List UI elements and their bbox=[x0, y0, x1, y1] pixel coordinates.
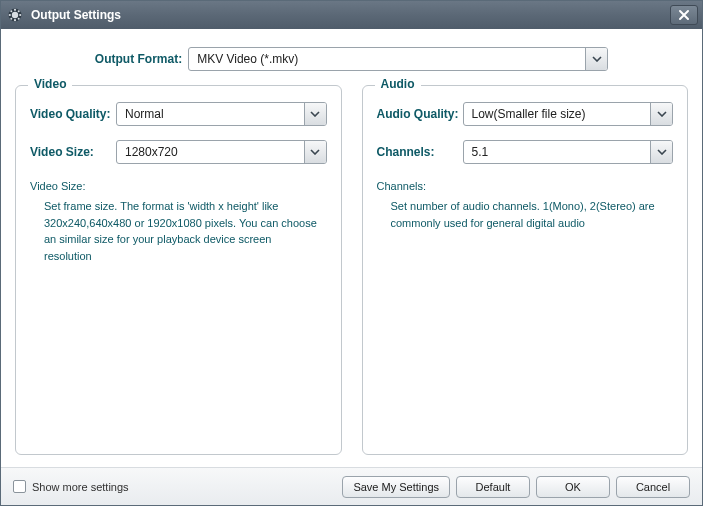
channels-row: Channels: 5.1 bbox=[377, 140, 674, 164]
show-more-label: Show more settings bbox=[32, 481, 129, 493]
audio-help: Channels: Set number of audio channels. … bbox=[377, 180, 674, 231]
audio-quality-label: Audio Quality: bbox=[377, 107, 463, 121]
output-format-label: Output Format: bbox=[95, 52, 182, 66]
svg-point-3 bbox=[14, 19, 16, 21]
audio-panel: Audio Audio Quality: Low(Smaller file si… bbox=[362, 85, 689, 455]
video-size-select[interactable]: 1280x720 bbox=[116, 140, 327, 164]
chevron-down-icon bbox=[585, 48, 607, 70]
video-quality-value: Normal bbox=[117, 107, 304, 121]
dialog-body: Output Format: MKV Video (*.mkv) Video V… bbox=[1, 29, 702, 505]
video-help-text: Set frame size. The format is 'width x h… bbox=[30, 198, 327, 264]
video-quality-label: Video Quality: bbox=[30, 107, 116, 121]
chevron-down-icon bbox=[304, 103, 326, 125]
titlebar: Output Settings bbox=[1, 1, 702, 29]
svg-point-8 bbox=[10, 18, 12, 20]
save-settings-button[interactable]: Save My Settings bbox=[342, 476, 450, 498]
window-title: Output Settings bbox=[31, 8, 670, 22]
chevron-down-icon bbox=[304, 141, 326, 163]
audio-legend: Audio bbox=[375, 77, 421, 91]
output-format-select[interactable]: MKV Video (*.mkv) bbox=[188, 47, 608, 71]
svg-point-9 bbox=[18, 18, 20, 20]
audio-quality-row: Audio Quality: Low(Smaller file size) bbox=[377, 102, 674, 126]
video-size-label: Video Size: bbox=[30, 145, 116, 159]
channels-label: Channels: bbox=[377, 145, 463, 159]
output-format-row: Output Format: MKV Video (*.mkv) bbox=[15, 47, 688, 71]
audio-quality-select[interactable]: Low(Smaller file size) bbox=[463, 102, 674, 126]
show-more-checkbox[interactable]: Show more settings bbox=[13, 480, 129, 493]
svg-point-4 bbox=[9, 14, 11, 16]
ok-button[interactable]: OK bbox=[536, 476, 610, 498]
video-legend: Video bbox=[28, 77, 72, 91]
video-size-value: 1280x720 bbox=[117, 145, 304, 159]
audio-help-title: Channels: bbox=[377, 180, 674, 192]
svg-point-6 bbox=[10, 10, 12, 12]
footer: Show more settings Save My Settings Defa… bbox=[1, 467, 702, 505]
channels-select[interactable]: 5.1 bbox=[463, 140, 674, 164]
cancel-button[interactable]: Cancel bbox=[616, 476, 690, 498]
audio-help-text: Set number of audio channels. 1(Mono), 2… bbox=[377, 198, 674, 231]
video-size-row: Video Size: 1280x720 bbox=[30, 140, 327, 164]
svg-point-2 bbox=[14, 9, 16, 11]
video-panel: Video Video Quality: Normal Video Size: … bbox=[15, 85, 342, 455]
default-button[interactable]: Default bbox=[456, 476, 530, 498]
video-quality-row: Video Quality: Normal bbox=[30, 102, 327, 126]
output-format-value: MKV Video (*.mkv) bbox=[189, 52, 585, 66]
video-help-title: Video Size: bbox=[30, 180, 327, 192]
svg-point-7 bbox=[18, 10, 20, 12]
channels-value: 5.1 bbox=[464, 145, 651, 159]
audio-quality-value: Low(Smaller file size) bbox=[464, 107, 651, 121]
video-quality-select[interactable]: Normal bbox=[116, 102, 327, 126]
svg-point-1 bbox=[12, 12, 18, 18]
window: Output Settings Output Format: MKV Video… bbox=[0, 0, 703, 506]
svg-point-5 bbox=[19, 14, 21, 16]
chevron-down-icon bbox=[650, 103, 672, 125]
chevron-down-icon bbox=[650, 141, 672, 163]
gear-icon bbox=[7, 7, 23, 23]
close-button[interactable] bbox=[670, 5, 698, 25]
close-icon bbox=[677, 9, 691, 21]
checkbox-icon bbox=[13, 480, 26, 493]
panels: Video Video Quality: Normal Video Size: … bbox=[15, 85, 688, 455]
video-help: Video Size: Set frame size. The format i… bbox=[30, 180, 327, 264]
